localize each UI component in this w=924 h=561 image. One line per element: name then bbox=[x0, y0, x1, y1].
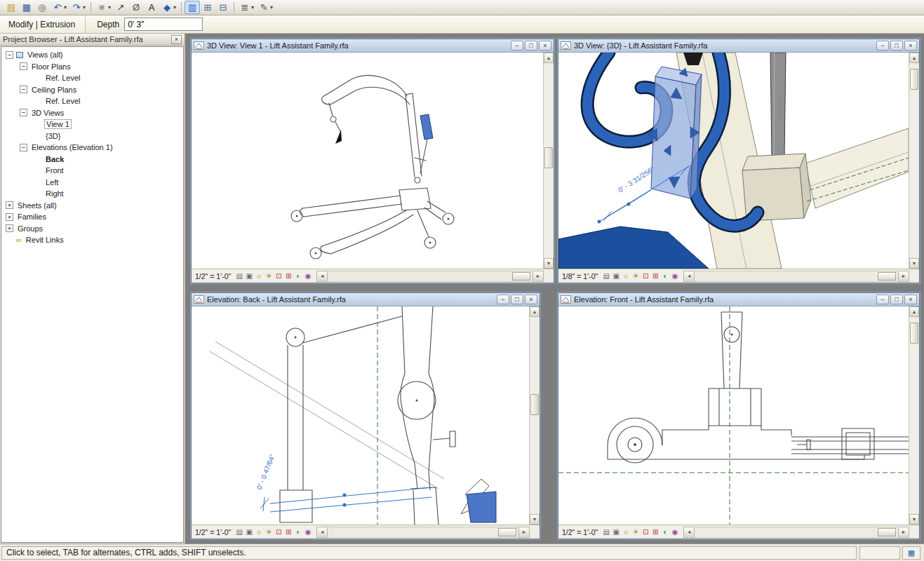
depth-input[interactable] bbox=[124, 18, 203, 31]
tree-item-front[interactable]: Front bbox=[1, 165, 183, 177]
thin-lines-dropdown-icon[interactable]: ▾ bbox=[251, 4, 254, 11]
view-scale-button[interactable]: 1/2" = 1'-0" bbox=[195, 272, 231, 280]
scroll-up-button[interactable]: ▲ bbox=[909, 306, 919, 317]
minimize-button[interactable]: − bbox=[511, 41, 523, 50]
crop-view-icon[interactable]: ⊡ bbox=[274, 526, 283, 539]
shadows-icon[interactable]: ☼ bbox=[254, 270, 264, 283]
horizontal-scroll-thumb[interactable] bbox=[878, 272, 896, 280]
window-titlebar[interactable]: Elevation: Back - Lift Assistant Family.… bbox=[192, 293, 540, 306]
vertical-scrollbar[interactable]: ▲ ▼ bbox=[909, 53, 919, 269]
drawing-area-3d-view-1[interactable] bbox=[192, 53, 543, 269]
vertical-scroll-track[interactable] bbox=[909, 317, 919, 514]
crop-view-icon[interactable]: ⊡ bbox=[641, 526, 650, 539]
crop-region-icon[interactable]: ⊞ bbox=[283, 526, 293, 539]
tree-minus-box[interactable]: − bbox=[6, 51, 13, 59]
scroll-up-button[interactable]: ▲ bbox=[909, 53, 919, 63]
save-button[interactable]: ▦ bbox=[19, 1, 34, 14]
scroll-down-button[interactable]: ▼ bbox=[530, 514, 540, 525]
horizontal-scroll-track[interactable] bbox=[695, 271, 898, 282]
vertical-scroll-track[interactable] bbox=[544, 63, 554, 258]
close-button[interactable]: × bbox=[904, 295, 917, 304]
model-graphics-style-icon[interactable]: ▣ bbox=[611, 270, 621, 283]
open-button[interactable]: ▤ bbox=[4, 1, 19, 14]
worksets-icon[interactable]: ▦ bbox=[902, 546, 920, 560]
vertical-scroll-track[interactable] bbox=[909, 63, 919, 258]
tree-plus-box[interactable]: + bbox=[6, 224, 13, 232]
shadows-icon[interactable]: ☼ bbox=[621, 270, 631, 283]
temporary-hide-isolate-icon[interactable]: ◐ bbox=[293, 526, 303, 539]
restore-button[interactable]: □ bbox=[511, 295, 523, 304]
scroll-left-button[interactable]: ◄ bbox=[316, 271, 328, 282]
crop-region-icon[interactable]: ⊞ bbox=[650, 526, 660, 539]
scroll-left-button[interactable]: ◄ bbox=[316, 527, 328, 538]
horizontal-scroll-thumb[interactable] bbox=[498, 528, 516, 536]
project-browser-titlebar[interactable]: Project Browser - Lift Assistant Family.… bbox=[0, 34, 185, 46]
family-types-button[interactable]: ▥ bbox=[185, 1, 200, 14]
close-button[interactable]: × bbox=[525, 295, 537, 304]
tree-item-ref-level[interactable]: Ref. Level bbox=[1, 72, 183, 84]
redo-dropdown-icon[interactable]: ▾ bbox=[83, 4, 86, 11]
window-titlebar[interactable]: 3D View: {3D} - Lift Assistant Family.rf… bbox=[558, 39, 919, 53]
scroll-down-button[interactable]: ▼ bbox=[909, 258, 919, 269]
tree-item-families[interactable]: +Families bbox=[1, 211, 183, 223]
dimension-text[interactable]: 0' - 3 31/256" bbox=[617, 165, 656, 194]
sun-path-icon[interactable]: ☀ bbox=[264, 270, 274, 283]
undo-dropdown-icon[interactable]: ▾ bbox=[64, 4, 67, 11]
sun-path-icon[interactable]: ☀ bbox=[264, 526, 274, 539]
view-scale-button[interactable]: 1/2" = 1'-0" bbox=[562, 528, 598, 536]
drawing-area-elevation-front[interactable] bbox=[558, 306, 909, 525]
horizontal-scrollbar[interactable]: ◄ ► bbox=[683, 525, 919, 539]
drawing-area-3d-closeup[interactable]: 0' - 3 31/256" bbox=[558, 53, 909, 269]
minimize-button[interactable]: − bbox=[876, 41, 889, 50]
tree-item-3d-views[interactable]: −3D Views bbox=[1, 107, 183, 119]
crop-view-icon[interactable]: ⊡ bbox=[274, 270, 283, 283]
scroll-right-button[interactable]: ► bbox=[898, 271, 909, 282]
vertical-scrollbar[interactable]: ▲ ▼ bbox=[529, 306, 540, 525]
model-graphics-style-icon[interactable]: ▣ bbox=[244, 526, 254, 539]
crop-view-icon[interactable]: ⊡ bbox=[641, 270, 650, 283]
tree-item-floor-plans[interactable]: −Floor Plans bbox=[1, 61, 183, 73]
vertical-scroll-track[interactable] bbox=[530, 317, 540, 514]
line-styles-dropdown-icon[interactable]: ▾ bbox=[108, 4, 111, 11]
vertical-scrollbar[interactable]: ▲ ▼ bbox=[909, 306, 919, 525]
scroll-up-button[interactable]: ▲ bbox=[530, 306, 540, 317]
tree-item-revit-links[interactable]: ∞Revit Links bbox=[1, 234, 183, 246]
horizontal-scroll-track[interactable] bbox=[695, 527, 898, 538]
scroll-right-button[interactable]: ► bbox=[533, 271, 544, 282]
horizontal-scrollbar[interactable]: ◄ ► bbox=[683, 269, 919, 283]
detail-level-icon[interactable]: ▤ bbox=[234, 526, 244, 539]
horizontal-scroll-track[interactable] bbox=[328, 271, 533, 282]
horizontal-scrollbar[interactable]: ◄ ► bbox=[316, 269, 554, 283]
edit-button[interactable]: ✎▾ bbox=[256, 1, 275, 14]
line-styles-button[interactable]: ≡▾ bbox=[94, 1, 113, 14]
tile-windows-button[interactable]: ⊞ bbox=[200, 1, 215, 14]
window-titlebar[interactable]: Elevation: Front - Lift Assistant Family… bbox=[558, 293, 919, 306]
minimize-button[interactable]: − bbox=[497, 295, 509, 304]
shadows-icon[interactable]: ☼ bbox=[254, 526, 264, 539]
color-fill-dropdown-icon[interactable]: ▾ bbox=[173, 4, 176, 11]
scroll-up-button[interactable]: ▲ bbox=[544, 53, 554, 63]
redo-button[interactable]: ↷▾ bbox=[69, 1, 88, 14]
dimension-back[interactable] bbox=[260, 487, 431, 512]
text-button[interactable]: A bbox=[144, 1, 159, 14]
temporary-hide-isolate-icon[interactable]: ◐ bbox=[660, 270, 670, 283]
scroll-down-button[interactable]: ▼ bbox=[909, 514, 919, 525]
vertical-scroll-thumb[interactable] bbox=[910, 323, 918, 344]
print-button[interactable]: ◎ bbox=[34, 1, 50, 14]
detail-level-icon[interactable]: ▤ bbox=[601, 270, 611, 283]
project-browser-close-button[interactable]: × bbox=[171, 35, 182, 44]
cascade-windows-button[interactable]: ⊟ bbox=[215, 1, 231, 14]
minimize-button[interactable]: − bbox=[876, 295, 889, 304]
model-graphics-style-icon[interactable]: ▣ bbox=[244, 270, 254, 283]
vertical-scroll-thumb[interactable] bbox=[544, 147, 553, 168]
edit-dropdown-icon[interactable]: ▾ bbox=[270, 4, 273, 11]
reveal-hidden-icon[interactable]: ◉ bbox=[303, 526, 313, 539]
model-graphics-style-icon[interactable]: ▣ bbox=[611, 526, 621, 539]
crop-region-icon[interactable]: ⊞ bbox=[283, 270, 293, 283]
reveal-hidden-icon[interactable]: ◉ bbox=[670, 270, 680, 283]
vertical-scroll-thumb[interactable] bbox=[910, 69, 918, 90]
scroll-down-button[interactable]: ▼ bbox=[544, 258, 554, 269]
restore-button[interactable]: □ bbox=[890, 41, 903, 50]
horizontal-scroll-thumb[interactable] bbox=[512, 272, 530, 280]
measure-button[interactable]: ↗ bbox=[113, 1, 128, 14]
